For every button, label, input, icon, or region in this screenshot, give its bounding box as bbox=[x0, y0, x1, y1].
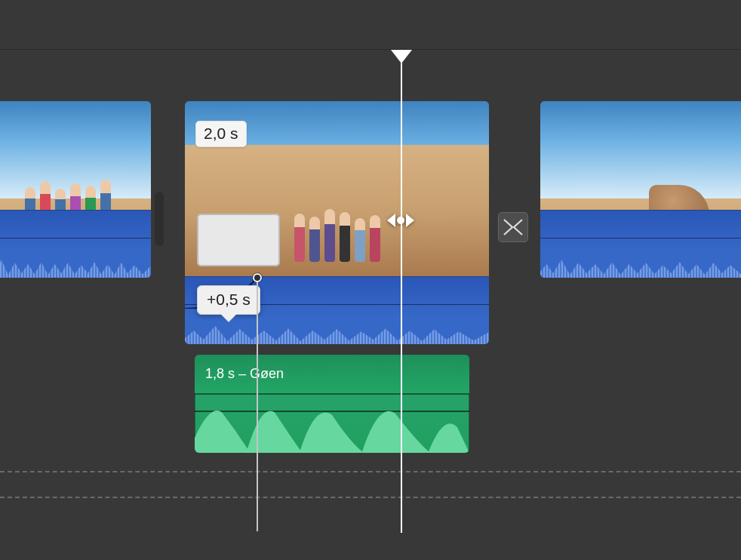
clip-duration-badge: 2,0 s bbox=[195, 121, 247, 147]
transition-icon[interactable] bbox=[498, 212, 528, 242]
fade-amount-value: +0,5 s bbox=[207, 291, 251, 308]
fade-handle-guide-line bbox=[257, 282, 258, 531]
video-clip-3[interactable] bbox=[540, 101, 741, 278]
fade-amount-tooltip: +0,5 s bbox=[197, 285, 260, 315]
clip-3-audio[interactable] bbox=[540, 210, 741, 278]
clip-1-audio[interactable] bbox=[0, 210, 151, 278]
playhead[interactable] bbox=[401, 50, 402, 533]
timeline-header-gap bbox=[0, 0, 741, 50]
timeline[interactable]: 2,0 s +0,5 s bbox=[0, 0, 741, 560]
video-clip-1[interactable] bbox=[0, 101, 151, 278]
fade-in-handle[interactable] bbox=[253, 273, 262, 282]
audio-waveform bbox=[195, 394, 469, 453]
audio-clip-label: 1,8 s – Gøen bbox=[205, 366, 284, 382]
scrollbar-handle[interactable] bbox=[155, 192, 164, 246]
audio-clip-goen[interactable]: 1,8 s – Gøen bbox=[195, 355, 469, 453]
track-guide-line-1 bbox=[0, 471, 741, 472]
track-guide-line-2 bbox=[0, 497, 741, 498]
